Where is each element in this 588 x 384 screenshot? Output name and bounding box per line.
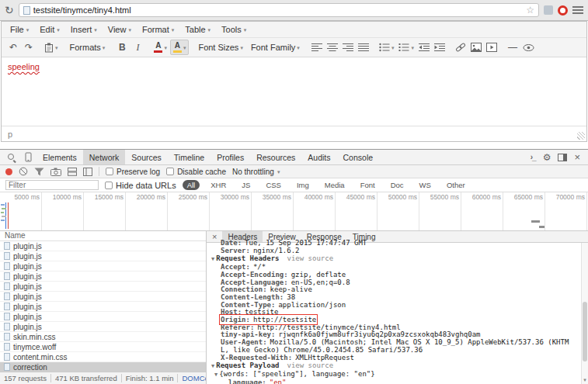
preview-button[interactable] <box>520 40 537 55</box>
menu-file[interactable]: File▾ <box>5 22 34 37</box>
request-row[interactable]: plugin.js <box>0 322 206 332</box>
console-drawer-icon[interactable]: ›_ <box>531 153 536 161</box>
font-family-dropdown[interactable]: Font Family▾ <box>247 40 304 55</box>
menu-table[interactable]: Table▾ <box>179 22 216 37</box>
tab-network[interactable]: Network <box>83 150 126 164</box>
editor-content-area[interactable]: speeling <box>2 57 586 126</box>
throttling-dropdown[interactable]: No throttling▾ <box>232 168 280 176</box>
menu-insert[interactable]: Insert▾ <box>65 22 103 37</box>
request-row[interactable]: plugin.js <box>0 292 206 302</box>
record-button[interactable] <box>5 168 12 175</box>
inspect-element-button[interactable] <box>2 150 19 164</box>
timeline-view-icon[interactable] <box>83 168 92 176</box>
request-row[interactable]: plugin.js <box>0 302 206 312</box>
menu-format[interactable]: Format▾ <box>137 22 179 37</box>
request-row[interactable]: plugin.js <box>0 272 206 282</box>
tab-elements[interactable]: Elements <box>37 150 83 164</box>
name-column-header[interactable]: Name <box>0 231 206 241</box>
filter-funnel-icon[interactable] <box>34 168 44 176</box>
extension-icon[interactable] <box>544 5 553 15</box>
dock-side-icon[interactable] <box>558 154 567 161</box>
address-bar[interactable]: testsite/tinymce/tiny4.html ☆ <box>19 3 539 17</box>
filter-type-img[interactable]: Img <box>292 180 314 190</box>
scroll-down-arrow-icon[interactable]: ▾ <box>582 376 588 384</box>
camera-icon[interactable] <box>50 168 61 176</box>
reload-button[interactable]: ↻ <box>5 5 14 16</box>
network-overview-timeline[interactable]: 5000 ms 10000 ms 15000 ms 20000 ms 25000… <box>0 192 588 231</box>
filter-type-all[interactable]: All <box>183 180 200 190</box>
outdent-button[interactable] <box>416 40 432 55</box>
record-extension-icon[interactable] <box>558 5 568 16</box>
settings-gear-icon[interactable]: ⚙ <box>543 153 551 162</box>
align-left-button[interactable] <box>309 40 325 55</box>
bookmark-star-icon[interactable]: ☆ <box>526 5 534 15</box>
formats-dropdown[interactable]: Formats▾ <box>66 40 110 55</box>
request-row[interactable]: tinymce.woff <box>0 342 206 352</box>
filter-type-font[interactable]: Font <box>356 180 380 190</box>
filter-type-ws[interactable]: WS <box>415 180 436 190</box>
bold-button[interactable]: B <box>114 40 130 55</box>
italic-button[interactable]: I <box>130 40 145 55</box>
forecolor-button[interactable]: A ▾ <box>151 40 170 55</box>
indent-button[interactable] <box>432 40 447 55</box>
numbered-list-button[interactable]: ▾ <box>396 40 416 55</box>
browser-menu-icon[interactable] <box>572 6 583 14</box>
paste-button[interactable]: ▾ <box>42 40 61 55</box>
request-row[interactable]: plugin.js <box>0 282 206 292</box>
tab-sources[interactable]: Sources <box>125 150 168 164</box>
large-rows-icon[interactable] <box>68 168 77 176</box>
font-sizes-dropdown[interactable]: Font Sizes▾ <box>194 40 246 55</box>
detail-scrollbar[interactable]: ▾ <box>581 243 588 384</box>
filter-type-other[interactable]: Other <box>442 180 470 190</box>
link-button[interactable] <box>453 40 468 55</box>
hide-data-urls-toggle[interactable]: Hide data URLs <box>105 181 176 190</box>
request-row[interactable]: skin.min.css <box>0 332 206 342</box>
align-justify-button[interactable] <box>356 40 371 55</box>
view-source-link[interactable]: view source <box>287 254 334 262</box>
request-row[interactable]: plugin.js <box>0 241 206 251</box>
preserve-log-toggle[interactable]: Preserve log <box>106 168 160 176</box>
devtools-close-icon[interactable]: × <box>574 152 580 162</box>
filter-type-xhr[interactable]: XHR <box>206 180 231 190</box>
request-row[interactable]: plugin.js <box>0 261 206 272</box>
filter-type-media[interactable]: Media <box>320 180 350 190</box>
tab-timeline[interactable]: Timeline <box>168 150 210 164</box>
element-path[interactable]: p <box>8 130 12 139</box>
horizontal-rule-button[interactable]: — <box>505 40 520 55</box>
tab-console[interactable]: Console <box>337 150 380 164</box>
backcolor-button[interactable]: A ▾ <box>170 40 190 55</box>
filter-type-doc[interactable]: Doc <box>386 180 409 190</box>
clear-icon[interactable] <box>19 167 28 176</box>
align-right-button[interactable] <box>340 40 356 55</box>
align-center-button[interactable] <box>325 40 340 55</box>
tab-audits[interactable]: Audits <box>301 150 336 164</box>
request-row[interactable]: plugin.js <box>0 251 206 261</box>
tab-profiles[interactable]: Profiles <box>210 150 250 164</box>
bullet-list-button[interactable]: ▾ <box>377 40 397 55</box>
image-button[interactable] <box>468 40 484 55</box>
eye-icon <box>523 43 534 52</box>
resize-handle[interactable] <box>577 132 585 140</box>
misspelled-word[interactable]: speeling <box>8 62 40 71</box>
undo-button[interactable]: ↶ <box>5 40 21 55</box>
filter-input[interactable] <box>5 180 99 190</box>
disable-cache-checkbox[interactable] <box>166 168 174 175</box>
menu-edit[interactable]: Edit▾ <box>34 22 64 37</box>
disable-cache-toggle[interactable]: Disable cache <box>166 168 226 176</box>
scrollbar-thumb[interactable] <box>583 302 587 361</box>
request-headers-section[interactable]: ▼Request Headersview source <box>211 255 577 264</box>
redo-button[interactable]: ↷ <box>21 40 37 55</box>
hide-data-urls-checkbox[interactable] <box>105 182 113 189</box>
filter-type-css[interactable]: CSS <box>261 180 286 190</box>
menu-tools[interactable]: Tools▾ <box>216 22 252 37</box>
request-row[interactable]: content.min.css <box>0 352 206 362</box>
media-button[interactable] <box>484 40 499 55</box>
request-row[interactable]: plugin.js <box>0 312 206 322</box>
tab-resources[interactable]: Resources <box>250 150 301 164</box>
request-row-selected[interactable]: correction <box>0 362 206 372</box>
preserve-log-checkbox[interactable] <box>106 168 113 175</box>
device-mode-button[interactable] <box>19 150 37 164</box>
filter-type-js[interactable]: JS <box>237 180 255 190</box>
view-source-link[interactable]: view source <box>287 362 334 369</box>
menu-view[interactable]: View▾ <box>103 22 137 37</box>
